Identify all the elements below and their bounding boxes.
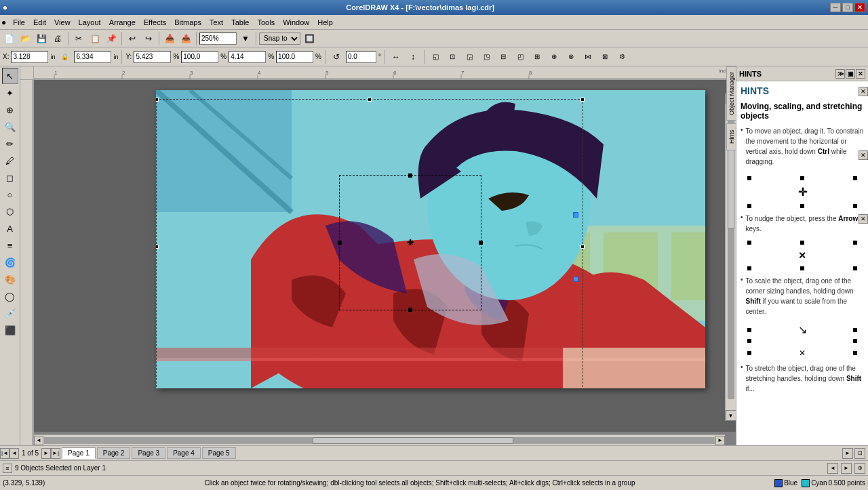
group-btn[interactable]: ⊕ <box>547 49 561 64</box>
h2-input[interactable] <box>276 51 313 63</box>
flip-h-btn[interactable]: ↔ <box>389 49 403 64</box>
shape-tool[interactable]: ✦ <box>2 85 18 101</box>
menu-help[interactable]: Help <box>313 17 337 28</box>
flip-v-btn[interactable]: ↕ <box>406 49 420 64</box>
snap-icon[interactable]: 🔲 <box>302 31 317 46</box>
hscroll-right-btn[interactable]: ► <box>715 436 725 445</box>
w-input[interactable] <box>74 51 111 63</box>
vscroll-track[interactable] <box>728 115 734 399</box>
align-bl-btn[interactable]: ◳ <box>479 49 494 64</box>
outline-color-swatch[interactable] <box>802 479 810 487</box>
import-button[interactable]: 📥 <box>162 31 177 46</box>
break-btn[interactable]: ⊠ <box>597 49 612 64</box>
hints-close-btn[interactable]: ✕ <box>856 69 865 79</box>
zoom-tool[interactable]: 🔍 <box>2 119 18 135</box>
status-btn2[interactable]: ► <box>841 463 852 474</box>
align-tl-btn[interactable]: ◱ <box>428 49 443 64</box>
eyedropper-tool[interactable]: 💉 <box>2 305 18 321</box>
panel-close-btn1[interactable]: ✕ <box>859 87 868 96</box>
rect-tool[interactable]: ◻ <box>2 169 18 186</box>
print-button[interactable]: 🖨 <box>50 31 65 46</box>
spiral-tool[interactable]: 🌀 <box>2 254 18 270</box>
tab-hints[interactable]: Hints <box>726 123 736 150</box>
canvas-content[interactable]: ✛ ✕ ▲ ▼ <box>34 80 736 432</box>
zoom-dropdown-btn[interactable]: ▼ <box>238 31 253 46</box>
page-tab-3[interactable]: Page 3 <box>132 447 165 459</box>
menu-layout[interactable]: Layout <box>75 17 105 28</box>
undo-button[interactable]: ↩ <box>125 31 140 46</box>
snap-dropdown[interactable]: Snap to <box>259 33 300 45</box>
hscroll-left-btn[interactable]: ◄ <box>34 436 43 445</box>
w2-input[interactable] <box>181 51 218 63</box>
select-tool[interactable]: ↖ <box>2 68 18 84</box>
open-button[interactable]: 📂 <box>18 31 33 46</box>
menu-window[interactable]: Window <box>279 17 313 28</box>
last-page-btn[interactable]: ►| <box>51 448 60 459</box>
save-button[interactable]: 💾 <box>34 31 49 46</box>
hscroll-track[interactable] <box>44 437 715 444</box>
fill-tool[interactable]: 🎨 <box>2 271 18 287</box>
crop-tool[interactable]: ⊕ <box>2 102 18 118</box>
smart-draw-tool[interactable]: 🖊 <box>2 152 18 169</box>
hints-pin-btn[interactable]: ≫ <box>835 69 845 79</box>
menu-file[interactable]: File <box>9 17 29 28</box>
rotate-left-btn[interactable]: ↺ <box>329 49 344 64</box>
menu-edit[interactable]: Edit <box>29 17 50 28</box>
page-tab-1[interactable]: Page 1 <box>62 447 96 459</box>
hints-float-btn[interactable]: ▣ <box>846 69 855 79</box>
ellipse-tool[interactable]: ○ <box>2 186 18 203</box>
interactive-tool[interactable]: ⬛ <box>2 322 18 338</box>
panel-close-btn2[interactable]: ✕ <box>859 150 868 160</box>
page-tab-2[interactable]: Page 2 <box>97 447 131 459</box>
h-input[interactable] <box>229 51 266 63</box>
page-scroll-right[interactable]: ► <box>842 448 853 459</box>
hscrollbar[interactable]: ◄ ► <box>34 434 725 445</box>
new-button[interactable]: 📄 <box>1 31 16 46</box>
menu-bitmaps[interactable]: Bitmaps <box>170 17 205 28</box>
next-page-btn[interactable]: ► <box>41 448 51 459</box>
menu-text[interactable]: Text <box>205 17 227 28</box>
distribute-btn[interactable]: ⊞ <box>530 49 545 64</box>
convert-btn[interactable]: ⚙ <box>614 49 629 64</box>
status-btn1[interactable]: ◄ <box>827 463 838 474</box>
freehand-tool[interactable]: ✏ <box>2 136 18 152</box>
redo-button[interactable]: ↪ <box>141 31 156 46</box>
menu-effects[interactable]: Effects <box>140 17 170 28</box>
text-tool[interactable]: A <box>2 220 18 237</box>
align-br-btn[interactable]: ◰ <box>513 49 528 64</box>
panel-close-btn3[interactable]: ✕ <box>859 214 868 224</box>
minimize-button[interactable]: ─ <box>830 3 841 12</box>
hscroll-thumb[interactable] <box>313 437 514 444</box>
vscroll-thumb[interactable] <box>728 144 734 229</box>
align-tc-btn[interactable]: ⊡ <box>445 49 460 64</box>
table-tool[interactable]: ≡ <box>2 237 18 253</box>
copy-button[interactable]: 📋 <box>87 31 102 46</box>
zoom-fit-btn[interactable]: ⊡ <box>854 448 865 459</box>
page-tab-4[interactable]: Page 4 <box>167 447 201 459</box>
layers-icon[interactable]: ≡ <box>3 464 12 473</box>
prev-page-btn[interactable]: ◄ <box>9 448 19 459</box>
cut-button[interactable]: ✂ <box>71 31 86 46</box>
x-input[interactable] <box>11 51 48 63</box>
tab-object-manager[interactable]: Object Manager <box>726 66 736 121</box>
export-button[interactable]: 📤 <box>178 31 193 46</box>
status-btn3[interactable]: ⊕ <box>854 463 865 474</box>
maximize-button[interactable]: □ <box>842 3 853 12</box>
polygon-tool[interactable]: ⬡ <box>2 203 18 220</box>
vscroll-down-btn[interactable]: ▼ <box>726 410 736 421</box>
combine-btn[interactable]: ⋈ <box>580 49 595 64</box>
lock-ratio-btn[interactable]: 🔒 <box>57 49 72 64</box>
first-page-btn[interactable]: |◄ <box>0 448 9 459</box>
fill-color-swatch[interactable] <box>774 479 783 487</box>
zoom-input[interactable] <box>199 33 237 45</box>
y-input[interactable] <box>134 51 171 63</box>
page-tab-5[interactable]: Page 5 <box>202 447 236 459</box>
menu-tools[interactable]: Tools <box>253 17 279 28</box>
align-tr-btn[interactable]: ◲ <box>462 49 477 64</box>
close-button[interactable]: ✕ <box>854 3 865 12</box>
align-bc-btn[interactable]: ⊟ <box>496 49 511 64</box>
paste-button[interactable]: 📌 <box>104 31 119 46</box>
menu-view[interactable]: View <box>50 17 75 28</box>
menu-table[interactable]: Table <box>227 17 253 28</box>
angle-input[interactable] <box>346 51 376 63</box>
